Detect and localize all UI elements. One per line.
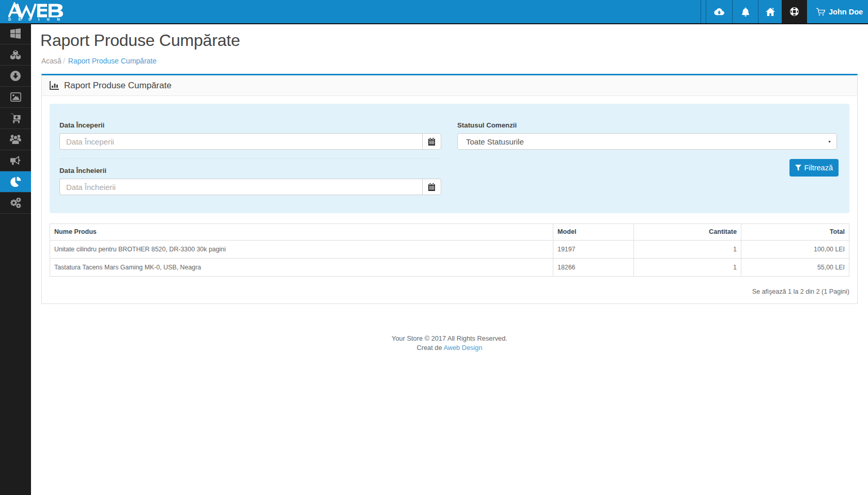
svg-text:DESIGN: DESIGN [8, 17, 66, 22]
